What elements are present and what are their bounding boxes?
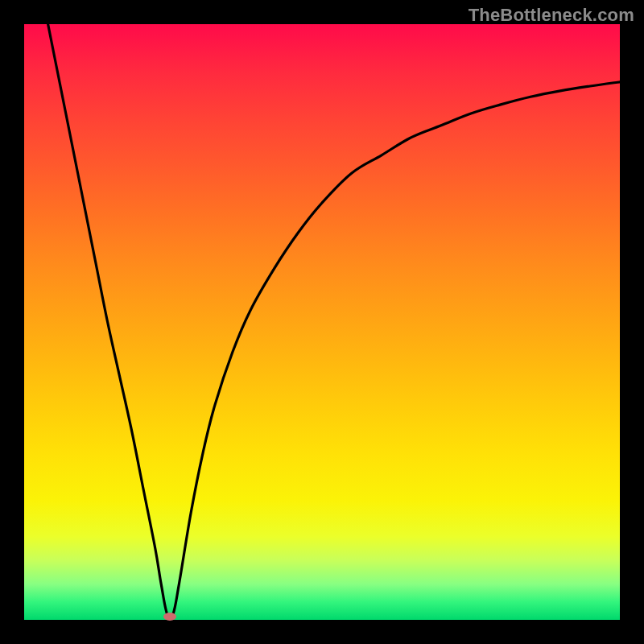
minimum-marker xyxy=(163,613,176,621)
chart-frame: TheBottleneck.com xyxy=(0,0,644,644)
bottleneck-curve xyxy=(48,24,620,618)
curve-svg xyxy=(24,24,620,620)
plot-area xyxy=(24,24,620,620)
watermark-text: TheBottleneck.com xyxy=(469,5,634,26)
